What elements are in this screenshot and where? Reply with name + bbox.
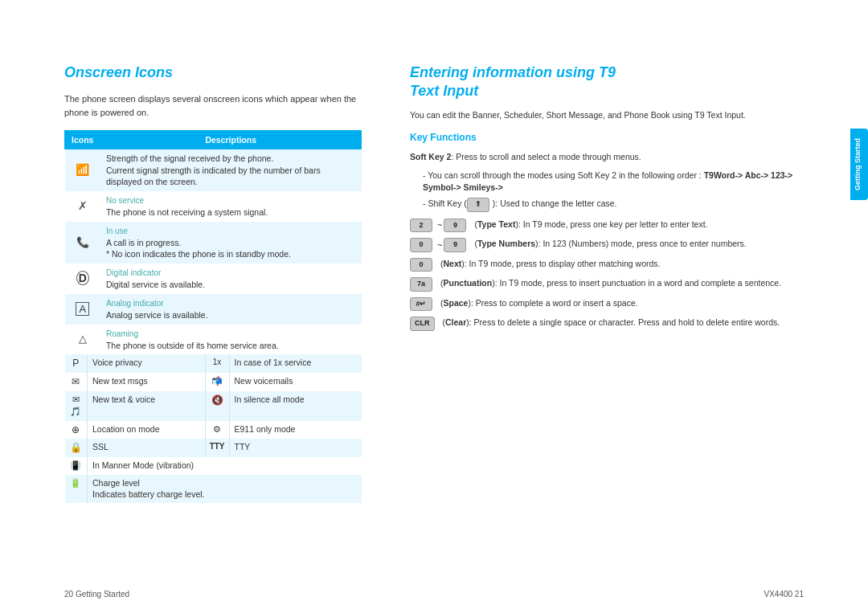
key-item-softkey2: Soft Key 2: Press to scroll and select a… [410, 151, 804, 164]
icons-table: Icons Descriptions 📶 Strength of the sig… [64, 130, 362, 503]
desc-cell: Strength of the signal received by the p… [100, 149, 362, 192]
desc-cell: In use A call is in progress. * No icon … [100, 222, 362, 264]
key-item-type-numbers: 0 ~ 9 (Type Numbers): In 123 (Numbers) m… [410, 238, 804, 252]
table-row: A Analog indicator Analog service is ava… [65, 294, 362, 325]
key-space: #↵ [410, 297, 432, 312]
key-next: 0 [410, 258, 432, 272]
key-next-desc: (Next): In T9 mode, press to display oth… [440, 258, 661, 271]
icon-cell: 📞 [65, 222, 100, 264]
key-9-end: 9 [444, 238, 466, 252]
key-range-space: #↵ [410, 297, 436, 312]
page: Onscreen Icons The phone screen displays… [0, 0, 868, 613]
right-intro: You can edit the Banner, Scheduler, Shor… [410, 109, 804, 122]
right-section-title-line2: Text Input [410, 83, 804, 100]
table-row: P Voice privacy 1x In case of 1x service… [65, 354, 362, 503]
left-intro: The phone screen displays several onscre… [64, 92, 362, 119]
key-clear: CLR [410, 317, 435, 331]
table-header-desc: Descriptions [100, 131, 362, 149]
table-row: 📶 Strength of the signal received by the… [65, 149, 362, 192]
footer-left: 20 Getting Started [64, 590, 129, 599]
table-row: 📞 In use A call is in progress. * No ico… [65, 222, 362, 264]
page-footer: 20 Getting Started VX4400 21 [0, 590, 868, 599]
desc-cell: Digital indicator Digital service is ava… [100, 264, 362, 294]
icon-cell: ✗ [65, 191, 100, 222]
key-item-space: #↵ (Space): Press to complete a word or … [410, 297, 804, 312]
table-row: ✗ No service The phone is not receiving … [65, 191, 362, 222]
key-punct: 7a [410, 277, 432, 292]
key-0-start: 0 [410, 238, 432, 252]
icon-cell: D [65, 264, 100, 294]
key-2: 2 [410, 219, 432, 233]
desc-cell: Analog indicator Analog service is avail… [100, 294, 362, 325]
table-row: D Digital indicator Digital service is a… [65, 264, 362, 294]
right-section-title-line1: Entering information using T9 [410, 64, 804, 81]
side-tab: Getting Started [850, 129, 868, 200]
key-9: 9 [444, 219, 466, 233]
bullet-item-shift: Shift Key (⇑): Used to change the letter… [423, 198, 804, 212]
left-section-title: Onscreen Icons [64, 64, 362, 81]
key-item-text: Soft Key 2: Press to scroll and select a… [410, 151, 641, 164]
key-range-clear: CLR [410, 317, 438, 331]
key-range-punctuation: 7a [410, 277, 436, 292]
key-range-next: 0 [410, 258, 436, 272]
key-type-numbers-desc: (Type Numbers): In 123 (Numbers) mode, p… [474, 238, 746, 251]
key-functions-title: Key Functions [410, 132, 804, 143]
key-space-desc: (Space): Press to complete a word or ins… [440, 297, 638, 310]
right-column: Getting Started Entering information usi… [386, 32, 868, 581]
key-type-text-desc: (Type Text): In T9 mode, press one key p… [474, 219, 707, 231]
icon-cell: △ [65, 325, 100, 355]
key-item-clear: CLR (Clear): Press to delete a single sp… [410, 317, 804, 331]
key-item-punctuation: 7a (Punctuation): In T9 mode, press to i… [410, 277, 804, 292]
key-item-type-text: 2 ~ 9 (Type Text): In T9 mode, press one… [410, 219, 804, 233]
key-item-next: 0 (Next): In T9 mode, press to display o… [410, 258, 804, 272]
key-range-type-text: 2 ~ 9 [410, 219, 469, 233]
icon-cell: A [65, 294, 100, 325]
key-range-type-numbers: 0 ~ 9 [410, 238, 469, 252]
desc-cell: Roaming The phone is outside of its home… [100, 325, 362, 355]
footer-right: VX4400 21 [764, 590, 805, 599]
bullet-item-scroll: You can scroll through the modes using S… [423, 170, 804, 195]
shift-key-icon: ⇑ [467, 198, 489, 212]
icon-cell: 📶 [65, 149, 100, 192]
desc-cell: No service The phone is not receiving a … [100, 191, 362, 222]
key-clear-desc: (Clear): Press to delete a single space … [443, 317, 780, 329]
table-body: 📶 Strength of the signal received by the… [65, 149, 362, 503]
key-punctuation-desc: (Punctuation): In T9 mode, press to inse… [440, 277, 781, 290]
table-header-icons: Icons [65, 131, 100, 149]
table-row: △ Roaming The phone is outside of its ho… [65, 325, 362, 355]
left-column: Onscreen Icons The phone screen displays… [0, 32, 386, 581]
